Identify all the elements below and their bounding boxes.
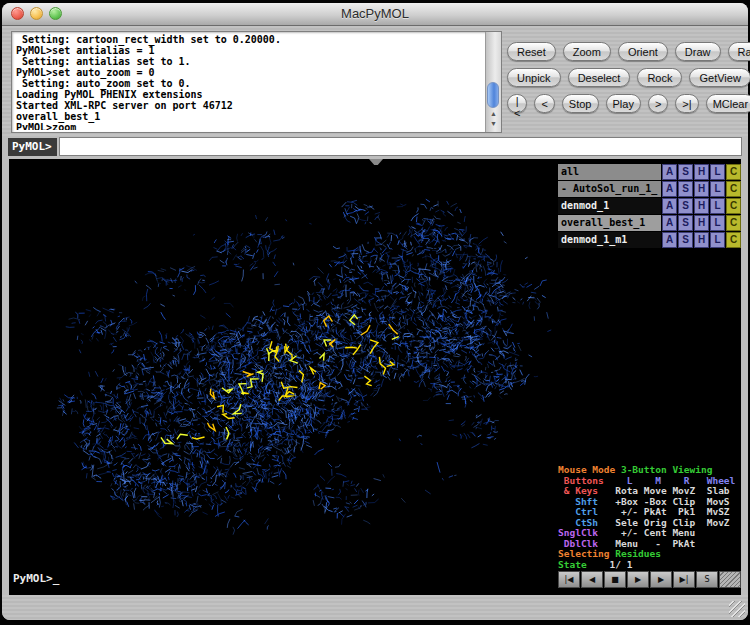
mouse-panel-text: Buttons: [558, 475, 609, 486]
object-button-s[interactable]: S: [678, 232, 693, 248]
object-button-l[interactable]: L: [710, 215, 725, 231]
object-button-h[interactable]: H: [694, 215, 709, 231]
mouse-panel-text: Menu - PkAt: [604, 538, 696, 549]
toolbar-button-play[interactable]: Play: [606, 94, 641, 113]
movie-play-button[interactable]: ▶: [627, 571, 649, 588]
toolbar: ResetZoomOrientDrawRayUnpickDeselectRock…: [507, 42, 745, 120]
viewport-canvas[interactable]: [9, 165, 557, 569]
object-button-s[interactable]: S: [678, 181, 693, 197]
toolbar-button-btn[interactable]: <: [534, 94, 554, 113]
object-button-l[interactable]: L: [710, 181, 725, 197]
object-button-l[interactable]: L: [710, 164, 725, 180]
toolbar-button-ray[interactable]: Ray: [728, 42, 750, 61]
object-button-c[interactable]: C: [726, 232, 741, 248]
panel-grip-icon[interactable]: [719, 571, 741, 588]
mouse-panel-text: 3-Button Viewing: [621, 464, 713, 475]
object-button-l[interactable]: L: [710, 198, 725, 214]
toolbar-button-stop[interactable]: Stop: [562, 94, 599, 113]
object-row: - AutoSol_run_1_ASHLC: [558, 181, 741, 197]
mouse-panel-text: Sele Orig Clip MovZ: [604, 517, 730, 528]
console-line: Started XML-RPC server on port 46712: [16, 100, 483, 111]
toolbar-button-mclear[interactable]: MClear: [706, 94, 750, 113]
object-name[interactable]: denmod_1_m1: [558, 232, 661, 248]
object-name[interactable]: all: [558, 164, 661, 180]
mouse-panel-text: & Keys: [558, 485, 604, 496]
object-button-h[interactable]: H: [694, 164, 709, 180]
toolbar-button-deselect[interactable]: Deselect: [568, 68, 631, 87]
object-button-s[interactable]: S: [678, 198, 693, 214]
object-button-a[interactable]: A: [662, 164, 677, 180]
console-scrollbar[interactable]: ▲▼: [485, 32, 501, 132]
zoom-window-button[interactable]: [49, 7, 62, 20]
toolbar-button-getview[interactable]: GetView: [689, 68, 750, 87]
object-button-c[interactable]: C: [726, 181, 741, 197]
mouse-panel-text: 1/ 1: [592, 559, 632, 570]
state-indicator[interactable]: State 1/ 1: [558, 560, 741, 571]
object-row: overall_best_1ASHLC: [558, 215, 741, 231]
movie-s-button[interactable]: S: [696, 571, 718, 588]
object-name[interactable]: overall_best_1: [558, 215, 661, 231]
command-prompt-label: PyMOL>: [8, 138, 57, 156]
toolbar-button-reset[interactable]: Reset: [507, 42, 556, 61]
object-button-c[interactable]: C: [726, 215, 741, 231]
movie-step-forward-button[interactable]: ▶: [650, 571, 672, 588]
object-row: denmod_1_m1ASHLC: [558, 232, 741, 248]
movie-rewind-button[interactable]: |◀: [558, 571, 580, 588]
object-button-a[interactable]: A: [662, 181, 677, 197]
object-button-c[interactable]: C: [726, 198, 741, 214]
resize-grip-icon[interactable]: [729, 601, 745, 617]
toolbar-button-btn[interactable]: >: [648, 94, 668, 113]
bottom-chrome: [2, 595, 748, 620]
window-title: MacPyMOL: [2, 3, 748, 25]
toolbar-button-zoom[interactable]: Zoom: [563, 42, 611, 61]
object-panel: allASHLC- AutoSol_run_1_ASHLCdenmod_1ASH…: [558, 164, 741, 248]
mouse-panel-text: Shft: [558, 496, 604, 507]
minimize-button[interactable]: [30, 7, 43, 20]
console-line: PyMOL>zoom: [16, 122, 483, 130]
object-button-c[interactable]: C: [726, 164, 741, 180]
object-button-s[interactable]: S: [678, 164, 693, 180]
toolbar-button-unpick[interactable]: Unpick: [507, 68, 561, 87]
command-input[interactable]: [59, 137, 742, 156]
mouse-panel-text: +Box -Box Clip MovS: [604, 496, 730, 507]
object-button-h[interactable]: H: [694, 232, 709, 248]
toolbar-button-btn[interactable]: >|: [675, 94, 698, 113]
movie-stop-button[interactable]: ■: [604, 571, 626, 588]
mouse-panel-text: Selecting: [558, 548, 615, 559]
title-bar[interactable]: MacPyMOL: [2, 3, 748, 26]
console-line: Setting: cartoon_rect_width set to 0.200…: [16, 34, 483, 45]
scroll-thumb[interactable]: [487, 82, 499, 108]
toolbar-button-rock[interactable]: Rock: [637, 68, 682, 87]
object-button-s[interactable]: S: [678, 215, 693, 231]
object-button-h[interactable]: H: [694, 198, 709, 214]
console-line: Setting: antialias set to 1.: [16, 56, 483, 67]
object-button-l[interactable]: L: [710, 232, 725, 248]
toolbar-button-orient[interactable]: Orient: [618, 42, 668, 61]
mouse-panel-text: SnglClk: [558, 527, 604, 538]
movie-step-back-button[interactable]: ◀: [581, 571, 603, 588]
mouse-panel-text: Rota Move MovZ Slab: [604, 485, 730, 496]
movie-fast-forward-button[interactable]: ▶|: [673, 571, 695, 588]
object-button-a[interactable]: A: [662, 215, 677, 231]
object-name[interactable]: - AutoSol_run_1_: [558, 181, 661, 197]
object-name[interactable]: denmod_1: [558, 198, 661, 214]
close-button[interactable]: [11, 7, 24, 20]
log-console[interactable]: Setting: cartoon_rect_width set to 0.200…: [11, 31, 502, 133]
viewport-prompt: PyMOL>_: [13, 572, 59, 585]
toolbar-button-draw[interactable]: Draw: [675, 42, 721, 61]
console-line: PyMOL>set antialias = 1: [16, 45, 483, 56]
object-button-h[interactable]: H: [694, 181, 709, 197]
object-row: denmod_1ASHLC: [558, 198, 741, 214]
object-button-a[interactable]: A: [662, 232, 677, 248]
object-row: allASHLC: [558, 164, 741, 180]
toolbar-button-btn[interactable]: |<: [507, 94, 527, 113]
console-text: Setting: cartoon_rect_width set to 0.200…: [16, 34, 483, 130]
object-button-a[interactable]: A: [662, 198, 677, 214]
movie-controls: |◀◀■▶▶▶|S: [558, 571, 741, 588]
mouse-panel-text: L M R Wheel: [609, 475, 735, 486]
mouse-panel-text: Mouse Mode: [558, 464, 621, 475]
mouse-panel-text: State: [558, 559, 592, 570]
mouse-panel-text: Ctrl: [558, 506, 604, 517]
scroll-arrow-icons[interactable]: ▲▼: [486, 109, 501, 131]
console-line: overall_best_1: [16, 111, 483, 122]
